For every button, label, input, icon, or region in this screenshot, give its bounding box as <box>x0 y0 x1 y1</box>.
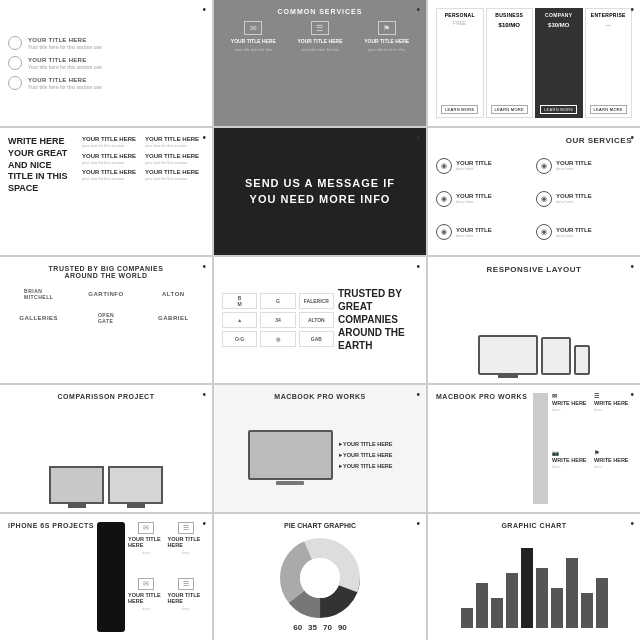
list-item: YOUR TITLE HERE Your title here for this… <box>8 56 204 70</box>
logo-item: GARTINFO <box>75 285 136 303</box>
our-service-item: ◉ YOUR TITLE desc here <box>536 185 632 214</box>
small-logo: ◎ <box>260 331 295 347</box>
list-item: YOUR TITLE HERE Your title here for this… <box>8 76 204 90</box>
monitor-left <box>49 466 104 504</box>
monitor-device <box>478 335 538 375</box>
logo-item: BRIANMITCHELL <box>8 285 69 303</box>
service-circle-icon: ◉ <box>536 158 552 174</box>
list-title: YOUR TITLE HERE <box>28 37 102 43</box>
list-title: YOUR TITLE HERE <box>28 57 102 63</box>
small-logo: GAB <box>299 331 334 347</box>
title-item: YOUR TITLE HERE your text for this secti… <box>82 169 141 181</box>
learn-more-button[interactable]: LEARN MORE <box>590 105 627 114</box>
write-here-item: 📷 WRITE HERE desc <box>552 450 590 503</box>
cell-macbook-1: MACBOOK PRO WORKS ▸ YOUR TITLE HERE ▸ YO… <box>214 385 426 511</box>
service-title: YOUR TITLE HERE <box>297 38 342 44</box>
our-service-item: ◉ YOUR TITLE desc here <box>536 218 632 247</box>
small-logo: G <box>260 293 295 309</box>
title-list: YOUR TITLE HERE your text for this secti… <box>82 136 204 181</box>
list-title: YOUR TITLE HERE <box>28 77 102 83</box>
write-here-item: ⚑ WRITE HERE desc <box>594 450 632 503</box>
logo-item: GALLERIES <box>8 309 69 327</box>
plan-label: COMPANY <box>545 12 572 18</box>
small-logo: BM <box>222 293 257 309</box>
our-service-item: ◉ YOUR TITLE desc here <box>436 218 532 247</box>
circle-icon <box>8 36 22 50</box>
tablet-device <box>541 337 571 375</box>
cell-list-items: YOUR TITLE HERE Your title here for this… <box>0 0 212 126</box>
service-circle-icon: ◉ <box>436 158 452 174</box>
pie-chart-svg <box>280 538 360 618</box>
our-service-item: ◉ YOUR TITLE desc here <box>536 151 632 180</box>
macbook2-header: MACBOOK PRO WORKS <box>436 393 527 497</box>
service-title: YOUR TITLE HERE <box>364 38 409 44</box>
service-circle-icon: ◉ <box>536 191 552 207</box>
write-here-item: ☰ WRITE HERE desc <box>594 393 632 446</box>
phone-icon: ✉ <box>138 578 154 590</box>
title-item: YOUR TITLE HERE your text for this secti… <box>145 153 204 165</box>
bar <box>521 548 533 628</box>
iphone-item: ☰ YOUR TITLE HERE desc <box>168 522 204 576</box>
iphone-item: ✉ YOUR TITLE HERE desc <box>128 578 164 632</box>
learn-more-button[interactable]: LEARN MORE <box>491 105 528 114</box>
phone-icon: ☰ <box>178 522 194 534</box>
title-item: YOUR TITLE HERE your text for this secti… <box>145 169 204 181</box>
title-item: YOUR TITLE HERE your text for this secti… <box>82 136 141 148</box>
macbook-item-title: ▸ YOUR TITLE HERE <box>339 452 393 458</box>
our-service-item: ◉ YOUR TITLE desc here <box>436 185 532 214</box>
logo-item: GABRIEL <box>143 309 204 327</box>
big-title: WRITE HERE YOUR GREAT AND NICE TITLE IN … <box>8 136 78 194</box>
pricing-business: BUSINESS $10/MO LEARN MORE <box>486 8 534 118</box>
cell-responsive: RESPONSIVE LAYOUT <box>428 257 640 383</box>
plan-price: $30/MO <box>548 22 569 28</box>
cell-big-title: WRITE HERE YOUR GREAT AND NICE TITLE IN … <box>0 128 212 254</box>
trusted-great-text: TRUSTED BY GREAT COMPANIES AROUND THE EA… <box>338 287 418 352</box>
logo-item: OPENGATE <box>75 309 136 327</box>
bar <box>566 558 578 628</box>
monitor-screen <box>110 468 161 502</box>
learn-more-button[interactable]: LEARN MORE <box>540 105 577 114</box>
cell-common-services: COMMON SERVICES ✉ YOUR TITLE HERE your t… <box>214 0 426 126</box>
pie-num-3: 70 <box>323 623 332 632</box>
cell-send-message: SEND US A MESSAGE IFYOU NEED MORE INFO <box>214 128 426 254</box>
iphone-item: ☰ YOUR TITLE HERE desc <box>168 578 204 632</box>
learn-more-button[interactable]: LEARN MORE <box>441 105 478 114</box>
cell-bar-chart: GRAPHIC CHART <box>428 514 640 640</box>
devices-container <box>478 280 590 375</box>
bar <box>461 608 473 628</box>
logos-grid: BRIANMITCHELL GARTINFO ALTON GALLERIES O… <box>8 285 204 327</box>
circle-icon <box>8 56 22 70</box>
bar-chart <box>461 535 608 632</box>
monitor-right <box>108 466 163 504</box>
list-item: YOUR TITLE HERE Your title here for this… <box>8 36 204 50</box>
macbook-item-title: ▸ YOUR TITLE HERE <box>339 441 393 447</box>
pricing-grid: PERSONAL FREE LEARN MORE BUSINESS $10/MO… <box>436 8 632 118</box>
plan-price: — <box>606 22 611 28</box>
service-title: YOUR TITLE HERE <box>231 38 276 44</box>
bar <box>506 573 518 628</box>
monitor-screen <box>51 468 102 502</box>
send-message-text: SEND US A MESSAGE IFYOU NEED MORE INFO <box>245 176 395 207</box>
bar-chart-header: GRAPHIC CHART <box>501 522 566 529</box>
pie-numbers: 60 35 70 90 <box>293 623 347 632</box>
bar <box>596 578 608 628</box>
cell-trusted-big: TRUSTED BY BIG COMPANIESAROUND THE WORLD… <box>0 257 212 383</box>
list-desc: Your title here for this section use <box>28 84 102 90</box>
cell-our-services: OUR SERVICES ◉ YOUR TITLE desc here ◉ YO… <box>428 128 640 254</box>
plan-price: FREE <box>453 20 466 26</box>
main-grid: YOUR TITLE HERE Your title here for this… <box>0 0 640 640</box>
our-services-header: OUR SERVICES <box>436 136 632 145</box>
macbook-header: MACBOOK PRO WORKS <box>222 393 418 400</box>
cell-pie-chart: PIE CHART GRAPHIC 60 35 70 90 <box>214 514 426 640</box>
macbook-item-title: ▸ YOUR TITLE HERE <box>339 463 393 469</box>
service-desc: your title here for this <box>301 47 338 52</box>
phone-device <box>574 345 590 375</box>
small-logo: ALTON <box>299 312 334 328</box>
trusted-header: TRUSTED BY BIG COMPANIESAROUND THE WORLD <box>49 265 164 279</box>
services-grid: ✉ YOUR TITLE HERE your title here for th… <box>222 21 418 118</box>
pricing-company: COMPANY $30/MO LEARN MORE <box>535 8 583 118</box>
comparison-header: COMPARISSON PROJECT <box>58 393 155 400</box>
list-icon: ☰ <box>311 21 329 35</box>
title-item: YOUR TITLE HERE your text for this secti… <box>82 153 141 165</box>
service-circle-icon: ◉ <box>436 191 452 207</box>
